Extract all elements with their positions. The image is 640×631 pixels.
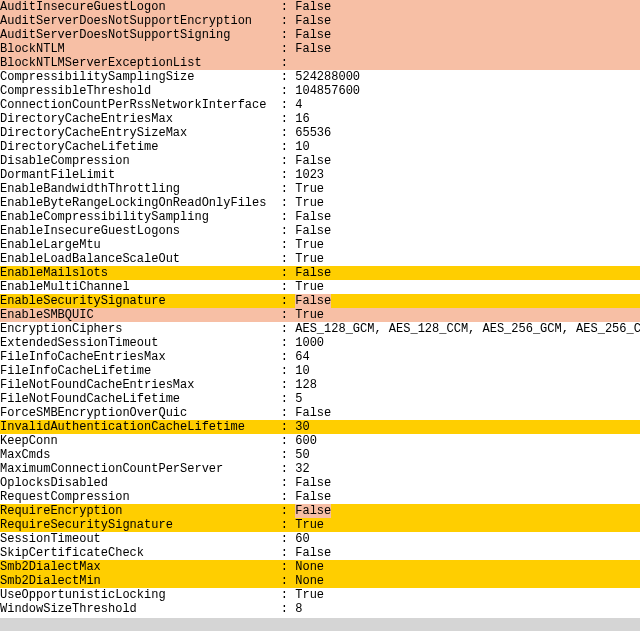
config-value: False <box>295 28 331 42</box>
config-value: 60 <box>295 532 309 546</box>
config-key: DirectoryCacheLifetime : <box>0 140 295 154</box>
config-row: MaxCmds : 50 <box>0 448 640 462</box>
config-key: SessionTimeout : <box>0 532 295 546</box>
config-value: 65536 <box>295 126 331 140</box>
config-value: True <box>295 280 324 294</box>
config-key: FileInfoCacheEntriesMax : <box>0 350 295 364</box>
config-key: EnableSecuritySignature : <box>0 294 295 308</box>
config-row: EnableLargeMtu : True <box>0 238 640 252</box>
config-row: FileInfoCacheEntriesMax : 64 <box>0 350 640 364</box>
config-key: EnableLoadBalanceScaleOut : <box>0 252 295 266</box>
config-value: 10 <box>295 364 309 378</box>
row-fill <box>324 574 640 588</box>
config-key: RequireEncryption : <box>0 504 295 518</box>
config-key: ForceSMBEncryptionOverQuic : <box>0 406 295 420</box>
config-key: EnableCompressibilitySampling : <box>0 210 295 224</box>
config-key: AuditInsecureGuestLogon : <box>0 0 295 14</box>
config-key: DirectoryCacheEntrySizeMax : <box>0 126 295 140</box>
config-key: CompressibilitySamplingSize : <box>0 70 295 84</box>
config-row: BlockNTLM : False <box>0 42 640 56</box>
config-value: False <box>295 294 331 308</box>
config-value: False <box>295 210 331 224</box>
config-value: 4 <box>295 98 302 112</box>
config-value: False <box>295 476 331 490</box>
config-value: 50 <box>295 448 309 462</box>
config-value: 524288000 <box>295 70 360 84</box>
config-row: FileNotFoundCacheEntriesMax : 128 <box>0 378 640 392</box>
config-row: EnableBandwidthThrottling : True <box>0 182 640 196</box>
config-key: MaxCmds : <box>0 448 295 462</box>
config-row: WindowSizeThreshold : 8 <box>0 602 640 616</box>
config-value: True <box>295 588 324 602</box>
config-row: BlockNTLMServerExceptionList : <box>0 56 640 70</box>
row-fill <box>331 28 640 42</box>
config-value: False <box>295 42 331 56</box>
config-key: DisableCompression : <box>0 154 295 168</box>
row-fill <box>331 294 640 308</box>
config-key: EnableInsecureGuestLogons : <box>0 224 295 238</box>
config-row: AuditServerDoesNotSupportSigning : False <box>0 28 640 42</box>
config-value: 128 <box>295 378 317 392</box>
config-key: FileInfoCacheLifetime : <box>0 364 295 378</box>
config-value: 32 <box>295 462 309 476</box>
row-fill <box>331 504 640 518</box>
config-row: RequireEncryption : False <box>0 504 640 518</box>
config-key: RequireSecuritySignature : <box>0 518 295 532</box>
config-key: EnableByteRangeLockingOnReadOnlyFiles : <box>0 196 295 210</box>
config-row: DirectoryCacheEntrySizeMax : 65536 <box>0 126 640 140</box>
row-fill <box>324 308 640 322</box>
config-key: ExtendedSessionTimeout : <box>0 336 295 350</box>
row-fill <box>295 56 640 70</box>
config-row: EnableLoadBalanceScaleOut : True <box>0 252 640 266</box>
config-key: AuditServerDoesNotSupportEncryption : <box>0 14 295 28</box>
config-row: EnableCompressibilitySampling : False <box>0 210 640 224</box>
config-value: 8 <box>295 602 302 616</box>
config-row: EnableMailslots : False <box>0 266 640 280</box>
config-key: Smb2DialectMax : <box>0 560 295 574</box>
config-key: Smb2DialectMin : <box>0 574 295 588</box>
config-row: AuditServerDoesNotSupportEncryption : Fa… <box>0 14 640 28</box>
config-key: UseOpportunisticLocking : <box>0 588 295 602</box>
config-value: True <box>295 518 324 532</box>
config-row: FileInfoCacheLifetime : 10 <box>0 364 640 378</box>
config-key: FileNotFoundCacheLifetime : <box>0 392 295 406</box>
config-row: RequireSecuritySignature : True <box>0 518 640 532</box>
config-value: False <box>295 0 331 14</box>
config-row: KeepConn : 600 <box>0 434 640 448</box>
config-value: True <box>295 308 324 322</box>
config-row: InvalidAuthenticationCacheLifetime : 30 <box>0 420 640 434</box>
config-row: EncryptionCiphers : AES_128_GCM, AES_128… <box>0 322 640 336</box>
config-row: SkipCertificateCheck : False <box>0 546 640 560</box>
row-fill <box>331 266 640 280</box>
config-row: FileNotFoundCacheLifetime : 5 <box>0 392 640 406</box>
config-value: None <box>295 574 324 588</box>
config-value: 5 <box>295 392 302 406</box>
config-value: True <box>295 196 324 210</box>
config-key: EnableMailslots : <box>0 266 295 280</box>
config-row: EnableSecuritySignature : False <box>0 294 640 308</box>
config-value: 600 <box>295 434 317 448</box>
config-row: MaximumConnectionCountPerServer : 32 <box>0 462 640 476</box>
config-key: InvalidAuthenticationCacheLifetime : <box>0 420 295 434</box>
config-value: False <box>295 546 331 560</box>
config-value: True <box>295 182 324 196</box>
config-value: 10 <box>295 140 309 154</box>
config-row: RequestCompression : False <box>0 490 640 504</box>
config-row: DisableCompression : False <box>0 154 640 168</box>
config-key: CompressibleThreshold : <box>0 84 295 98</box>
row-fill <box>331 0 640 14</box>
config-key: MaximumConnectionCountPerServer : <box>0 462 295 476</box>
config-row: ConnectionCountPerRssNetworkInterface : … <box>0 98 640 112</box>
config-value: False <box>295 504 331 518</box>
config-value: 16 <box>295 112 309 126</box>
config-key: OplocksDisabled : <box>0 476 295 490</box>
config-value: 1000 <box>295 336 324 350</box>
config-value: AES_128_GCM, AES_128_CCM, AES_256_GCM, A… <box>295 322 640 336</box>
config-value: False <box>295 154 331 168</box>
config-value: None <box>295 560 324 574</box>
config-row: AuditInsecureGuestLogon : False <box>0 0 640 14</box>
config-key: BlockNTLM : <box>0 42 295 56</box>
config-row: Smb2DialectMin : None <box>0 574 640 588</box>
config-row: CompressibleThreshold : 104857600 <box>0 84 640 98</box>
config-key: KeepConn : <box>0 434 295 448</box>
